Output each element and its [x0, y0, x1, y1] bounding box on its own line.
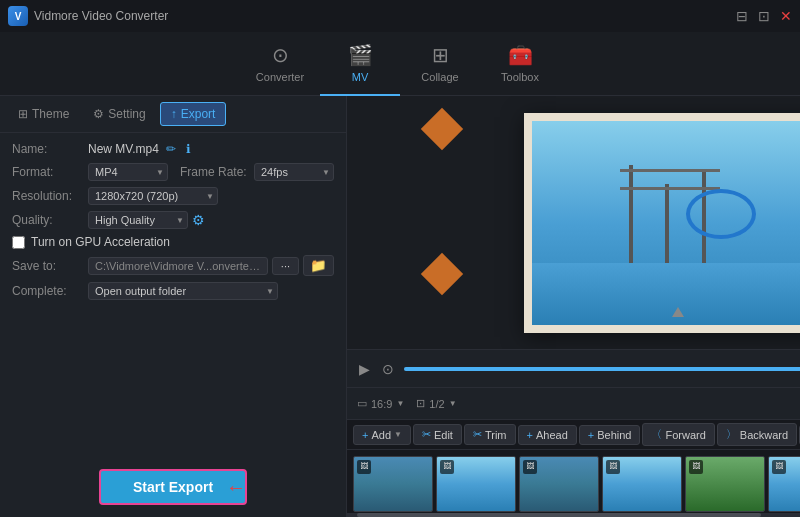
main-layout: ⊞ Theme ⚙ Setting ↑ Export Name: New MV.…: [0, 96, 800, 517]
behind-button[interactable]: + Behind: [579, 425, 641, 445]
start-export-button[interactable]: Start Export: [99, 469, 247, 505]
aspect-dropdown-arrow: ▼: [396, 399, 404, 408]
info-button[interactable]: ℹ: [183, 141, 194, 157]
mv-icon: 🎬: [348, 43, 373, 67]
app-icon: V: [8, 6, 28, 26]
backward-button[interactable]: 〉 Backward: [717, 423, 797, 446]
film-thumb-2-icon: 🖼: [440, 460, 454, 474]
close-icon[interactable]: ✕: [780, 8, 792, 24]
export-upload-icon: ↑: [171, 107, 177, 121]
aspect-ratio-selector[interactable]: ▭ 16:9 ▼: [357, 397, 404, 410]
theme-grid-icon: ⊞: [18, 107, 28, 121]
complete-select[interactable]: Open output folder: [88, 282, 278, 300]
page-dropdown-arrow: ▼: [449, 399, 457, 408]
tab-converter-label: Converter: [256, 71, 304, 83]
slide-pole-2: [665, 184, 669, 264]
film-thumb-3[interactable]: 🖼: [519, 456, 599, 512]
add-icon: +: [362, 429, 368, 441]
quality-select-wrapper[interactable]: High Quality: [88, 211, 188, 229]
edit-label: Edit: [434, 429, 453, 441]
maximize-icon[interactable]: ⊡: [758, 8, 770, 24]
film-thumb-2[interactable]: 🖼: [436, 456, 516, 512]
tab-mv-label: MV: [352, 71, 369, 83]
film-thumb-3-icon: 🖼: [523, 460, 537, 474]
film-thumb-6[interactable]: 🖼: [768, 456, 800, 512]
forward-label: Forward: [665, 429, 705, 441]
forward-button[interactable]: 〈 Forward: [642, 423, 714, 446]
slide-curve: [686, 189, 756, 239]
ahead-button[interactable]: + Ahead: [518, 425, 577, 445]
quality-label: Quality:: [12, 213, 82, 227]
tab-mv[interactable]: 🎬 MV: [320, 32, 400, 96]
tab-toolbox[interactable]: 🧰 Toolbox: [480, 32, 560, 96]
converter-icon: ⊙: [272, 43, 289, 67]
add-label: Add: [371, 429, 391, 441]
trim-label: Trim: [485, 429, 507, 441]
file-name-area: New MV.mp4 ✏ ℹ: [88, 141, 194, 157]
form-row-format: Format: MP4 Frame Rate: 24fps: [12, 163, 334, 181]
subtab-setting-label: Setting: [108, 107, 145, 121]
left-panel: ⊞ Theme ⚙ Setting ↑ Export Name: New MV.…: [0, 96, 347, 517]
film-thumb-6-icon: 🖼: [772, 460, 786, 474]
complete-label: Complete:: [12, 284, 82, 298]
subtab-export-label: Export: [181, 107, 216, 121]
complete-select-wrapper[interactable]: Open output folder: [88, 282, 278, 300]
quality-gear-icon[interactable]: ⚙: [192, 212, 205, 228]
trim-button[interactable]: ✂ Trim: [464, 424, 516, 445]
form-row-name: Name: New MV.mp4 ✏ ℹ: [12, 141, 334, 157]
minimize-icon[interactable]: ⊟: [736, 8, 748, 24]
quality-select[interactable]: High Quality: [88, 211, 188, 229]
open-folder-button[interactable]: 📁: [303, 255, 334, 276]
resolution-select-wrapper[interactable]: 1280x720 (720p): [88, 187, 218, 205]
arrow-indicator: ←: [226, 476, 246, 499]
film-thumb-5-icon: 🖼: [689, 460, 703, 474]
add-button[interactable]: + Add ▼: [353, 425, 411, 445]
edit-name-button[interactable]: ✏: [163, 141, 179, 157]
ahead-icon: +: [527, 429, 533, 441]
resolution-label: Resolution:: [12, 189, 82, 203]
form-row-resolution: Resolution: 1280x720 (720p): [12, 187, 334, 205]
form-row-saveto: Save to: C:\Vidmore\Vidmore V...onverter…: [12, 255, 334, 276]
framerate-select[interactable]: 24fps: [254, 163, 334, 181]
horizontal-scrollbar[interactable]: [347, 513, 800, 517]
framerate-select-wrapper[interactable]: 24fps: [254, 163, 334, 181]
film-thumb-5[interactable]: 🖼: [685, 456, 765, 512]
titlebar-controls[interactable]: ⊟ ⊡ ✕: [736, 8, 792, 24]
browse-dots-button[interactable]: ···: [272, 257, 299, 275]
app-title: Vidmore Video Converter: [34, 9, 168, 23]
film-thumb-4[interactable]: 🖼: [602, 456, 682, 512]
save-path-value: C:\Vidmore\Vidmore V...onverter\MV Expor…: [88, 257, 268, 275]
format-select[interactable]: MP4: [88, 163, 168, 181]
filmstrip: 🖼 🖼 🖼 🖼 🖼: [347, 449, 800, 517]
progress-bar[interactable]: [404, 367, 800, 371]
progress-fill: [404, 367, 800, 371]
subtab-export[interactable]: ↑ Export: [160, 102, 227, 126]
film-thumb-1[interactable]: 🖼: [353, 456, 433, 512]
edit-button[interactable]: ✂ Edit: [413, 424, 462, 445]
tab-collage[interactable]: ⊞ Collage: [400, 32, 480, 96]
slide-cross-2: [620, 187, 720, 190]
preview-triangle-icon: [672, 307, 684, 317]
saveto-label: Save to:: [12, 259, 82, 273]
framerate-label: Frame Rate:: [180, 165, 250, 179]
stop-button[interactable]: ⊙: [380, 359, 396, 379]
gpu-checkbox[interactable]: [12, 236, 25, 249]
subtab-setting[interactable]: ⚙ Setting: [83, 103, 155, 125]
format-select-wrapper[interactable]: MP4: [88, 163, 168, 181]
titlebar: V Vidmore Video Converter ⊟ ⊡ ✕: [0, 0, 800, 32]
tab-toolbox-label: Toolbox: [501, 71, 539, 83]
slide-structure: [592, 141, 774, 263]
slide-cross-1: [620, 169, 720, 172]
quality-input-group: High Quality ⚙: [88, 211, 334, 229]
file-name-value: New MV.mp4: [88, 142, 159, 156]
edit-icon: ✂: [422, 428, 431, 441]
resolution-select[interactable]: 1280x720 (720p): [88, 187, 218, 205]
tab-converter[interactable]: ⊙ Converter: [240, 32, 320, 96]
backward-icon: 〉: [726, 427, 737, 442]
page-selector[interactable]: ⊡ 1/2 ▼: [416, 397, 456, 410]
play-button[interactable]: ▶: [357, 359, 372, 379]
form-row-quality: Quality: High Quality ⚙: [12, 211, 334, 229]
subtab-theme[interactable]: ⊞ Theme: [8, 103, 79, 125]
behind-label: Behind: [597, 429, 631, 441]
right-panel: + ▶ ⊙ 00:00:38.03/00:00:40.00 🔊 ▭ 16:9: [347, 96, 800, 517]
